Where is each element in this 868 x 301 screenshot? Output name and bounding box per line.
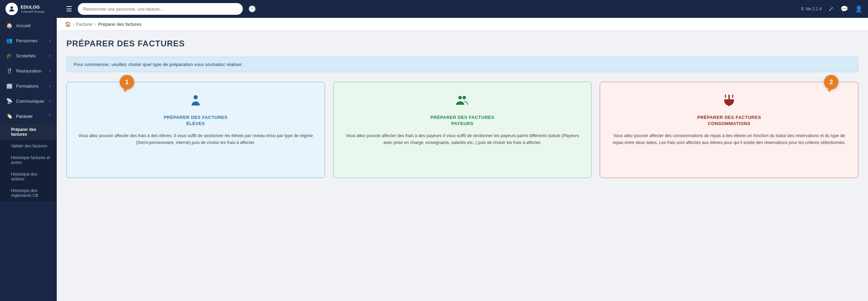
svg-rect-8 [728, 104, 730, 106]
card-consommations-title: PRÉPARER DES FACTURESCONSOMMATIONS [697, 114, 761, 127]
breadcrumb-facturer[interactable]: Facturer [76, 22, 93, 27]
chevron-right-icon: › [49, 99, 51, 103]
card-payeurs-title: PRÉPARER DES FACTURESPAYEURS [431, 114, 495, 127]
main-content: 🏠 / Facturer / Préparer des factures PRÉ… [57, 18, 868, 301]
chevron-down-icon: ˅ [48, 114, 51, 119]
tooltip-bubble-1: 1 [120, 75, 134, 89]
breadcrumb-sep-1: / [73, 22, 74, 27]
cards-section: 1 2 [66, 82, 858, 178]
sidebar-item-formations[interactable]: 🏢 Formations › [0, 78, 57, 93]
card-eleves-desc: Vous allez pouvoir affecter des frais à … [76, 132, 315, 146]
formations-icon: 🏢 [6, 83, 13, 89]
sidebar-item-scolarites[interactable]: 🎓 Scolarités › [0, 48, 57, 63]
bubble-1-label: 1 [125, 79, 129, 86]
sidebar-item-restauration[interactable]: 🍴 Restauration › [0, 63, 57, 78]
communiquer-icon: 📡 [6, 98, 13, 104]
chevron-right-icon: › [49, 38, 51, 43]
logo-area: EDULOG Turbosell Groupe [6, 3, 61, 15]
sidebar-item-accueil[interactable]: 🏠 Accueil [0, 18, 57, 33]
sidebar-label-formations: Formations [16, 83, 39, 89]
sidebar-item-communiquer[interactable]: 📡 Communiquer › [0, 93, 57, 109]
sidebar-label-communiquer: Communiquer [16, 99, 44, 104]
page-content: PRÉPARER DES FACTURES Pour commencer, ve… [57, 31, 868, 301]
svg-rect-2 [194, 96, 198, 97]
sidebar-label-accueil: Accueil [16, 23, 31, 28]
svg-rect-6 [725, 94, 726, 98]
version-icon: ⇅ [801, 7, 804, 11]
svg-point-1 [194, 95, 198, 99]
chevron-right-icon: › [49, 84, 51, 88]
app-body: 🏠 Accueil 👥 Personnes › 🎓 Scolarités › 🍴… [0, 18, 868, 301]
svg-rect-7 [732, 94, 733, 98]
scolarites-icon: 🎓 [6, 53, 13, 59]
card-eleves-title: PRÉPARER DES FACTURESÉLÈVES [164, 114, 228, 127]
logo-icon [6, 3, 18, 15]
sidebar: 🏠 Accueil 👥 Personnes › 🎓 Scolarités › 🍴… [0, 18, 57, 301]
submenu-historique-actions[interactable]: Historique des actions [0, 168, 57, 185]
sidebar-label-restauration: Restauration [16, 68, 42, 74]
submenu-historique-factures[interactable]: Historique factures et avoirs [0, 152, 57, 168]
history-icon[interactable]: 🕐 [248, 5, 256, 13]
facturer-icon: 🏷️ [6, 113, 13, 119]
logo-text: EDULOG [21, 4, 44, 10]
sidebar-label-facturer: Facturer [16, 114, 33, 119]
sidebar-item-facturer[interactable]: 🏷️ Facturer ˅ [0, 109, 57, 124]
restauration-icon: 🍴 [6, 68, 13, 74]
bubble-2-label: 2 [829, 79, 833, 86]
page-title: PRÉPARER DES FACTURES [66, 39, 858, 48]
facturer-submenu: Préparer des factures Valider des factur… [0, 124, 57, 201]
svg-point-4 [463, 96, 466, 99]
cards-container: PRÉPARER DES FACTURESÉLÈVES Vous allez p… [66, 82, 858, 178]
top-header: EDULOG Turbosell Groupe ☰ 🕐 ⇅ Ver.2.1.4 … [0, 0, 868, 18]
sidebar-item-personnes[interactable]: 👥 Personnes › [0, 33, 57, 48]
sidebar-label-personnes: Personnes [16, 38, 37, 43]
accueil-icon: 🏠 [6, 22, 13, 29]
chat-button[interactable]: 💬 [840, 5, 848, 13]
submenu-valider[interactable]: Valider des factures [0, 140, 57, 152]
personnes-icon: 👥 [6, 37, 13, 44]
version-badge: ⇅ Ver.2.1.4 [801, 7, 822, 11]
expand-button[interactable]: ⤢ [828, 5, 834, 13]
sidebar-label-scolarites: Scolarités [16, 53, 36, 58]
search-input[interactable] [78, 3, 243, 15]
svg-point-3 [458, 96, 462, 99]
hamburger-button[interactable]: ☰ [65, 3, 74, 14]
card-eleves[interactable]: PRÉPARER DES FACTURESÉLÈVES Vous allez p… [66, 82, 325, 178]
header-right: ⇅ Ver.2.1.4 ⤢ 💬 👤 [801, 5, 862, 13]
card-consommations-icon [722, 93, 736, 110]
breadcrumb: 🏠 / Facturer / Préparer des factures [57, 18, 868, 31]
svg-point-0 [10, 7, 13, 9]
breadcrumb-current: Préparer des factures [98, 22, 141, 27]
info-box: Pour commencer, veuillez choisir quel ty… [66, 57, 858, 72]
user-button[interactable]: 👤 [855, 5, 862, 13]
logo-sub: Turbosell Groupe [21, 10, 44, 13]
chevron-right-icon: › [49, 69, 51, 73]
tooltip-bubble-2: 2 [824, 75, 838, 89]
card-consommations-desc: Vous allez pouvoir affecter des consomma… [610, 132, 848, 146]
chevron-right-icon: › [49, 54, 51, 58]
card-consommations[interactable]: PRÉPARER DES FACTURESCONSOMMATIONS Vous … [600, 82, 858, 178]
card-payeurs-icon [455, 93, 469, 110]
breadcrumb-sep-2: / [95, 22, 96, 27]
card-eleves-icon [189, 93, 203, 110]
home-breadcrumb-icon[interactable]: 🏠 [65, 21, 71, 27]
card-payeurs-desc: Vous allez pouvoir affecter des frais à … [343, 132, 582, 146]
submenu-preparer[interactable]: Préparer des factures [0, 124, 57, 140]
card-payeurs[interactable]: PRÉPARER DES FACTURESPAYEURS Vous allez … [333, 82, 592, 178]
submenu-historique-reglements[interactable]: Historique des règlements CB [0, 185, 57, 201]
svg-rect-5 [728, 94, 730, 99]
version-text: Ver.2.1.4 [805, 7, 822, 11]
